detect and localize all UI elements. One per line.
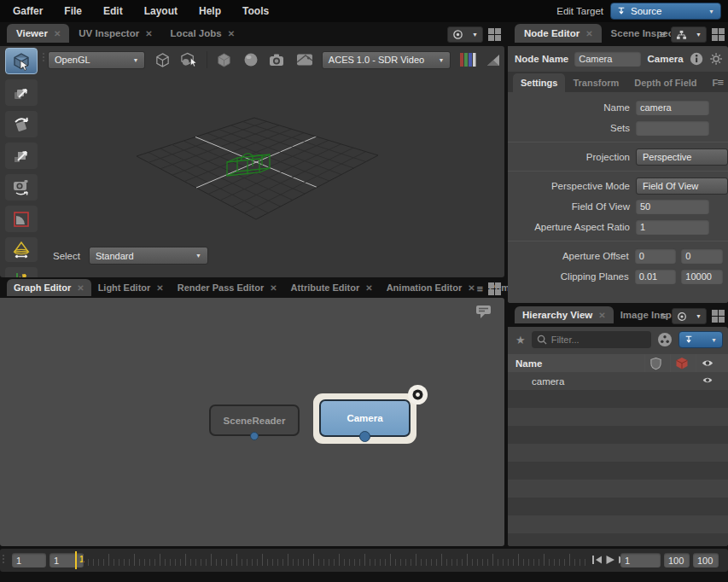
tab-render-pass-editor[interactable]: Render Pass Editor ✕ xyxy=(171,279,284,296)
close-icon[interactable]: ✕ xyxy=(77,283,84,293)
close-icon[interactable]: ✕ xyxy=(270,283,277,293)
section-tab-transform[interactable]: Transform xyxy=(565,73,626,92)
menu-file[interactable]: File xyxy=(64,5,82,17)
end-frame-field[interactable]: 100 xyxy=(693,553,719,567)
play-icon[interactable] xyxy=(605,555,615,565)
aperture-offset-x-field[interactable]: 0 xyxy=(635,248,677,264)
aperture-offset-y-field[interactable]: 0 xyxy=(681,248,723,264)
node-name-input[interactable]: Camera xyxy=(574,51,641,67)
node-output-plug[interactable] xyxy=(250,432,259,440)
camera-tool-button[interactable] xyxy=(5,174,38,201)
tab-animation-editor[interactable]: Animation Editor ✕ xyxy=(380,279,482,296)
info-icon[interactable] xyxy=(690,51,703,67)
projection-dropdown[interactable]: Perspective xyxy=(636,148,728,166)
renderer-dropdown[interactable]: OpenGL ▼ xyxy=(48,51,145,69)
tab-node-editor[interactable]: Node Editor ✕ xyxy=(515,24,602,43)
hamburger-icon[interactable]: ≡ xyxy=(476,283,483,294)
tab-attribute-editor[interactable]: Attribute Editor ✕ xyxy=(284,279,380,296)
close-icon[interactable]: ✕ xyxy=(365,283,372,293)
viewer-focus-menu-button[interactable]: ▼ xyxy=(447,26,483,43)
perspective-mode-dropdown[interactable]: Field Of View xyxy=(636,178,728,195)
tab-uv-inspector[interactable]: UV Inspector ✕ xyxy=(69,24,160,43)
clipping-planes-far-field[interactable]: 10000 xyxy=(681,269,723,284)
field-of-view-field[interactable]: 50 xyxy=(636,199,709,214)
viewport-3d[interactable] xyxy=(0,46,504,277)
aperture-aspect-ratio-field[interactable]: 1 xyxy=(636,219,709,235)
rotate-tool-button[interactable] xyxy=(5,111,38,137)
filter-input[interactable]: Filter... xyxy=(532,331,651,348)
crop-window-tool-button[interactable] xyxy=(5,206,38,232)
section-tab-truncated[interactable]: F xyxy=(705,73,719,92)
close-icon[interactable]: ✕ xyxy=(145,29,152,38)
node-output-plug[interactable] xyxy=(359,431,370,442)
section-tab-settings[interactable]: Settings xyxy=(513,73,565,92)
menu-edit[interactable]: Edit xyxy=(103,5,123,17)
display-transform-dropdown[interactable]: ACES 1.0 - SDR Video ▼ xyxy=(322,51,451,69)
close-icon[interactable]: ✕ xyxy=(54,29,61,38)
menu-help[interactable]: Help xyxy=(199,5,221,17)
skip-to-start-icon[interactable] xyxy=(591,555,603,565)
expansion-cube-icon[interactable] xyxy=(180,50,199,69)
edit-target-source-button[interactable]: Source ▼ xyxy=(610,3,721,20)
tab-hierarchy-view[interactable]: Hierarchy View ✕ xyxy=(515,306,614,323)
clipping-planes-near-field[interactable]: 0.01 xyxy=(635,269,677,284)
shield-column-icon[interactable] xyxy=(649,357,662,370)
menu-tools[interactable]: Tools xyxy=(242,5,269,17)
menu-gaffer[interactable]: Gaffer xyxy=(13,5,43,17)
camera-settings-icon[interactable] xyxy=(268,50,287,69)
section-tab-depth-of-field[interactable]: Depth of Field xyxy=(626,73,704,92)
close-icon[interactable]: ✕ xyxy=(598,311,605,320)
star-icon[interactable]: ★ xyxy=(515,334,526,346)
select-tool-button[interactable] xyxy=(5,48,38,74)
translate-tool-button[interactable] xyxy=(5,79,38,106)
current-frame-field[interactable]: 1 xyxy=(50,553,84,567)
display-options-icon[interactable] xyxy=(295,50,314,69)
layout-grid-icon[interactable] xyxy=(488,282,501,295)
hierarchy-row-camera[interactable]: camera xyxy=(508,372,728,390)
close-icon[interactable]: ✕ xyxy=(156,283,163,293)
layout-grid-icon[interactable] xyxy=(712,310,725,323)
frame-range-start-field[interactable]: 1 xyxy=(12,553,46,567)
tab-viewer[interactable]: Viewer ✕ xyxy=(7,24,69,43)
exposure-gamma-icon[interactable] xyxy=(484,50,503,69)
scale-tool-button[interactable] xyxy=(5,143,38,169)
sets-field[interactable] xyxy=(636,120,709,136)
cube-column-icon[interactable] xyxy=(675,357,689,370)
gear-icon[interactable] xyxy=(709,51,723,67)
hamburger-icon[interactable]: ≡ xyxy=(659,29,666,40)
focus-ring-icon[interactable] xyxy=(407,384,428,405)
layout-grid-icon[interactable] xyxy=(712,28,725,41)
annotation-bubble-icon[interactable] xyxy=(475,304,492,323)
splitter-handle[interactable] xyxy=(43,53,44,61)
draw-cube-icon[interactable] xyxy=(215,50,234,69)
hierarchy-focus-menu-button[interactable]: ▼ xyxy=(672,308,707,324)
tab-graph-editor[interactable]: Graph Editor ✕ xyxy=(7,279,91,296)
node-set-menu-button[interactable]: ▼ xyxy=(671,26,707,43)
draw-sphere-icon[interactable] xyxy=(242,50,260,69)
graph-editor-canvas[interactable]: SceneReader Camera xyxy=(0,298,504,546)
select-mode-dropdown[interactable]: Standard ▼ xyxy=(89,247,208,265)
range-end-field[interactable]: 100 xyxy=(664,553,690,567)
layout-grid-icon[interactable] xyxy=(488,28,501,41)
shading-cube-icon[interactable] xyxy=(153,50,172,69)
hierarchy-pin-button[interactable]: ▼ xyxy=(678,331,723,348)
close-icon[interactable]: ✕ xyxy=(585,29,592,38)
playback-frame-field[interactable]: 1 xyxy=(620,553,661,567)
close-icon[interactable]: ✕ xyxy=(228,29,235,38)
light-tool-button[interactable] xyxy=(5,237,38,262)
name-column-header[interactable]: Name xyxy=(508,358,542,369)
light-position-tool-button[interactable] xyxy=(5,267,38,277)
eye-column-icon[interactable] xyxy=(701,357,714,370)
timeline-ruler[interactable] xyxy=(83,553,588,567)
set-filter-icon[interactable] xyxy=(657,332,673,347)
name-field[interactable]: camera xyxy=(636,100,709,115)
tab-local-jobs[interactable]: Local Jobs ✕ xyxy=(161,24,243,43)
tab-light-editor[interactable]: Light Editor ✕ xyxy=(91,279,171,296)
hamburger-icon[interactable]: ≡ xyxy=(660,311,667,322)
channels-rgb-icon[interactable] xyxy=(458,50,475,69)
eye-icon[interactable] xyxy=(702,375,713,386)
close-icon[interactable]: ✕ xyxy=(468,283,475,293)
hamburger-icon[interactable]: ≡ xyxy=(717,77,724,88)
splitter-handle[interactable] xyxy=(3,555,4,563)
menu-layout[interactable]: Layout xyxy=(144,5,178,17)
